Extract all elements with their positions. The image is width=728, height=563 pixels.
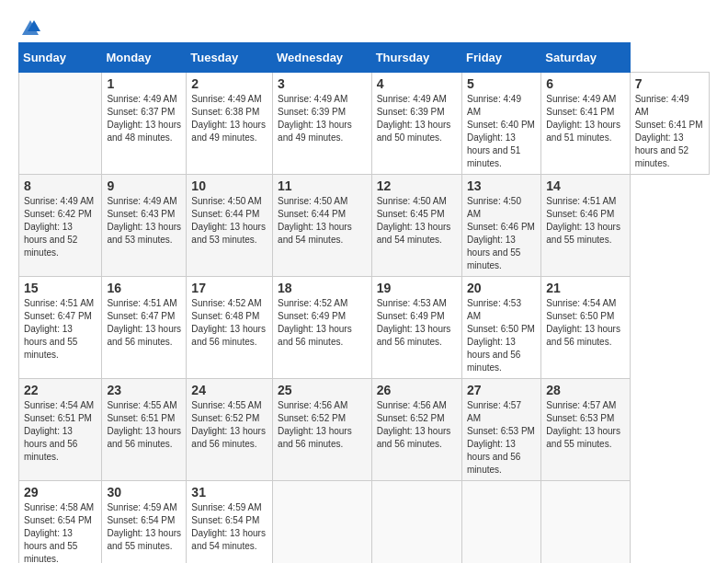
page-header <box>18 18 710 33</box>
day-info: Sunrise: 4:57 AMSunset: 6:53 PMDaylight:… <box>467 400 535 475</box>
week-row-3: 15 Sunrise: 4:51 AMSunset: 6:47 PMDaylig… <box>19 277 710 379</box>
day-number: 13 <box>467 178 536 193</box>
day-cell: 14 Sunrise: 4:51 AMSunset: 6:46 PMDaylig… <box>541 175 630 277</box>
day-info: Sunrise: 4:52 AMSunset: 6:48 PMDaylight:… <box>191 298 266 347</box>
day-number: 1 <box>107 76 181 91</box>
day-info: Sunrise: 4:57 AMSunset: 6:53 PMDaylight:… <box>546 400 620 449</box>
day-cell: 19 Sunrise: 4:53 AMSunset: 6:49 PMDaylig… <box>371 277 461 379</box>
day-cell: 1 Sunrise: 4:49 AMSunset: 6:37 PMDayligh… <box>102 73 187 175</box>
day-info: Sunrise: 4:49 AMSunset: 6:43 PMDaylight:… <box>107 196 181 245</box>
day-cell: 21 Sunrise: 4:54 AMSunset: 6:50 PMDaylig… <box>541 277 630 379</box>
day-cell: 9 Sunrise: 4:49 AMSunset: 6:43 PMDayligh… <box>102 175 187 277</box>
day-cell: 23 Sunrise: 4:55 AMSunset: 6:51 PMDaylig… <box>102 379 187 481</box>
day-info: Sunrise: 4:50 AMSunset: 6:45 PMDaylight:… <box>377 196 451 245</box>
logo <box>18 18 42 33</box>
day-info: Sunrise: 4:55 AMSunset: 6:52 PMDaylight:… <box>191 400 266 449</box>
column-header-sunday: Sunday <box>19 43 102 73</box>
day-number: 18 <box>278 281 367 295</box>
column-header-thursday: Thursday <box>371 43 461 73</box>
column-header-saturday: Saturday <box>541 43 630 73</box>
day-number: 15 <box>24 281 97 295</box>
day-info: Sunrise: 4:51 AMSunset: 6:47 PMDaylight:… <box>24 298 94 360</box>
day-number: 16 <box>107 281 181 295</box>
day-number: 24 <box>191 383 267 397</box>
day-info: Sunrise: 4:50 AMSunset: 6:46 PMDaylight:… <box>467 196 535 270</box>
day-number: 31 <box>191 485 267 500</box>
day-number: 10 <box>191 178 267 193</box>
day-number: 27 <box>467 383 536 397</box>
day-number: 2 <box>191 76 267 91</box>
day-number: 12 <box>377 178 457 193</box>
day-cell: 26 Sunrise: 4:56 AMSunset: 6:52 PMDaylig… <box>371 379 461 481</box>
column-header-tuesday: Tuesday <box>187 43 273 73</box>
day-cell: 18 Sunrise: 4:52 AMSunset: 6:49 PMDaylig… <box>273 277 372 379</box>
day-info: Sunrise: 4:49 AMSunset: 6:42 PMDaylight:… <box>24 196 94 258</box>
column-header-wednesday: Wednesday <box>273 43 372 73</box>
day-cell: 6 Sunrise: 4:49 AMSunset: 6:41 PMDayligh… <box>541 73 630 175</box>
day-cell: 16 Sunrise: 4:51 AMSunset: 6:47 PMDaylig… <box>102 277 187 379</box>
day-number: 25 <box>278 383 367 397</box>
day-number: 28 <box>546 383 624 397</box>
day-cell: 3 Sunrise: 4:49 AMSunset: 6:39 PMDayligh… <box>273 73 372 175</box>
week-row-4: 22 Sunrise: 4:54 AMSunset: 6:51 PMDaylig… <box>19 379 710 481</box>
calendar-table: SundayMondayTuesdayWednesdayThursdayFrid… <box>18 42 710 563</box>
day-info: Sunrise: 4:49 AMSunset: 6:40 PMDaylight:… <box>467 94 535 168</box>
day-number: 23 <box>107 383 181 397</box>
day-cell: 12 Sunrise: 4:50 AMSunset: 6:45 PMDaylig… <box>371 175 461 277</box>
day-info: Sunrise: 4:50 AMSunset: 6:44 PMDaylight:… <box>278 196 352 245</box>
column-header-monday: Monday <box>102 43 187 73</box>
day-number: 19 <box>377 281 457 295</box>
day-number: 5 <box>467 76 536 91</box>
day-cell: 4 Sunrise: 4:49 AMSunset: 6:39 PMDayligh… <box>371 73 461 175</box>
day-cell: 13 Sunrise: 4:50 AMSunset: 6:46 PMDaylig… <box>462 175 541 277</box>
day-number: 21 <box>546 281 624 295</box>
day-number: 17 <box>191 281 267 295</box>
day-cell: 28 Sunrise: 4:57 AMSunset: 6:53 PMDaylig… <box>541 379 630 481</box>
day-cell <box>273 481 372 564</box>
day-info: Sunrise: 4:54 AMSunset: 6:50 PMDaylight:… <box>546 298 620 347</box>
day-cell: 27 Sunrise: 4:57 AMSunset: 6:53 PMDaylig… <box>462 379 541 481</box>
day-cell: 8 Sunrise: 4:49 AMSunset: 6:42 PMDayligh… <box>19 175 102 277</box>
day-info: Sunrise: 4:49 AMSunset: 6:38 PMDaylight:… <box>191 94 266 143</box>
day-number: 30 <box>107 485 181 500</box>
day-cell: 29 Sunrise: 4:58 AMSunset: 6:54 PMDaylig… <box>19 481 102 564</box>
day-info: Sunrise: 4:52 AMSunset: 6:49 PMDaylight:… <box>278 298 352 347</box>
day-cell <box>19 73 102 175</box>
day-number: 29 <box>24 485 97 500</box>
day-info: Sunrise: 4:53 AMSunset: 6:49 PMDaylight:… <box>377 298 451 347</box>
day-number: 6 <box>546 76 624 91</box>
day-info: Sunrise: 4:49 AMSunset: 6:41 PMDaylight:… <box>635 94 703 168</box>
logo-icon <box>20 18 40 37</box>
day-cell: 17 Sunrise: 4:52 AMSunset: 6:48 PMDaylig… <box>187 277 273 379</box>
day-number: 8 <box>24 178 97 193</box>
day-cell <box>462 481 541 564</box>
day-number: 3 <box>278 76 367 91</box>
day-info: Sunrise: 4:51 AMSunset: 6:47 PMDaylight:… <box>107 298 181 347</box>
day-cell: 10 Sunrise: 4:50 AMSunset: 6:44 PMDaylig… <box>187 175 273 277</box>
day-cell: 31 Sunrise: 4:59 AMSunset: 6:54 PMDaylig… <box>187 481 273 564</box>
day-info: Sunrise: 4:49 AMSunset: 6:39 PMDaylight:… <box>278 94 352 143</box>
day-number: 26 <box>377 383 457 397</box>
day-info: Sunrise: 4:49 AMSunset: 6:41 PMDaylight:… <box>546 94 620 143</box>
day-number: 9 <box>107 178 181 193</box>
day-info: Sunrise: 4:53 AMSunset: 6:50 PMDaylight:… <box>467 298 535 373</box>
day-number: 20 <box>467 281 536 295</box>
day-cell: 25 Sunrise: 4:56 AMSunset: 6:52 PMDaylig… <box>273 379 372 481</box>
day-cell: 22 Sunrise: 4:54 AMSunset: 6:51 PMDaylig… <box>19 379 102 481</box>
day-info: Sunrise: 4:59 AMSunset: 6:54 PMDaylight:… <box>191 502 266 551</box>
day-cell: 20 Sunrise: 4:53 AMSunset: 6:50 PMDaylig… <box>462 277 541 379</box>
day-number: 11 <box>278 178 367 193</box>
day-cell <box>541 481 630 564</box>
day-number: 7 <box>635 76 704 91</box>
column-header-friday: Friday <box>462 43 541 73</box>
day-cell: 30 Sunrise: 4:59 AMSunset: 6:54 PMDaylig… <box>102 481 187 564</box>
day-info: Sunrise: 4:59 AMSunset: 6:54 PMDaylight:… <box>107 502 181 551</box>
day-cell: 11 Sunrise: 4:50 AMSunset: 6:44 PMDaylig… <box>273 175 372 277</box>
week-row-5: 29 Sunrise: 4:58 AMSunset: 6:54 PMDaylig… <box>19 481 710 564</box>
day-cell: 15 Sunrise: 4:51 AMSunset: 6:47 PMDaylig… <box>19 277 102 379</box>
day-cell: 5 Sunrise: 4:49 AMSunset: 6:40 PMDayligh… <box>462 73 541 175</box>
day-info: Sunrise: 4:49 AMSunset: 6:39 PMDaylight:… <box>377 94 451 143</box>
day-cell: 7 Sunrise: 4:49 AMSunset: 6:41 PMDayligh… <box>630 73 709 175</box>
day-info: Sunrise: 4:49 AMSunset: 6:37 PMDaylight:… <box>107 94 181 143</box>
day-info: Sunrise: 4:50 AMSunset: 6:44 PMDaylight:… <box>191 196 266 245</box>
